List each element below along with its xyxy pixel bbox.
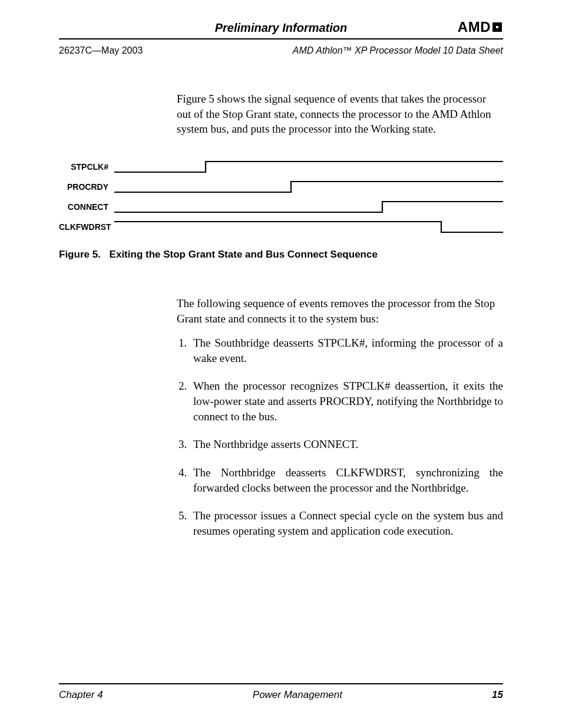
figure-caption: Figure 5. Exiting the Stop Grant State a…: [59, 249, 503, 261]
intro-paragraph-block: Figure 5 shows the signal sequence of ev…: [177, 91, 503, 137]
step-item: The Southbridge deasserts STPCLK#, infor…: [190, 335, 503, 365]
step-item: The Northbridge deasserts CLKFWDRST, syn…: [190, 465, 503, 495]
signal-label: PROCRDY: [59, 182, 114, 192]
page-footer: Chapter 4 Power Management 15: [59, 683, 503, 701]
following-paragraph: The following sequence of events removes…: [177, 296, 503, 326]
amd-logo-text: AMD: [458, 19, 491, 35]
signal-label: CLKFWDRST: [59, 222, 114, 232]
footer-page-number: 15: [492, 689, 503, 701]
waveform-stpclk: [114, 158, 503, 176]
waveform-procrdy: [114, 178, 503, 196]
step-item: The Northbridge asserts CONNECT.: [190, 437, 503, 452]
waveform-clkfwdrst: [114, 218, 503, 236]
doc-id: 26237C—May 2003: [59, 45, 143, 56]
doc-title: AMD Athlon™ XP Processor Model 10 Data S…: [293, 45, 503, 56]
figure-number: Figure 5.: [59, 249, 101, 260]
figure-title: Exiting the Stop Grant State and Bus Con…: [110, 249, 378, 260]
sub-header: 26237C—May 2003 AMD Athlon™ XP Processor…: [59, 45, 503, 56]
svg-rect-0: [496, 26, 498, 28]
step-item: The processor issues a Connect special c…: [190, 508, 503, 538]
footer-section: Power Management: [253, 689, 342, 701]
intro-paragraph: Figure 5 shows the signal sequence of ev…: [177, 91, 503, 137]
preliminary-title: Preliminary Information: [59, 21, 503, 35]
signal-label: CONNECT: [59, 202, 114, 212]
body-text: The following sequence of events removes…: [177, 296, 503, 539]
waveform-connect: [114, 198, 503, 216]
signal-row-connect: CONNECT: [59, 197, 503, 217]
timing-diagram: STPCLK# PROCRDY CONNECT CLKFWDRST: [59, 157, 503, 237]
signal-row-procrdy: PROCRDY: [59, 177, 503, 197]
steps-list: The Southbridge deasserts STPCLK#, infor…: [177, 335, 503, 538]
amd-logo: AMD: [458, 19, 503, 35]
signal-label: STPCLK#: [59, 162, 114, 172]
signal-row-clkfwdrst: CLKFWDRST: [59, 217, 503, 237]
top-header: Preliminary Information: [59, 21, 503, 39]
page: Preliminary Information AMD 26237C—May 2…: [0, 0, 562, 728]
step-item: When the processor recognizes STPCLK# de…: [190, 378, 503, 424]
footer-chapter: Chapter 4: [59, 689, 103, 701]
amd-arrow-icon: [491, 21, 503, 33]
signal-row-stpclk: STPCLK#: [59, 157, 503, 177]
